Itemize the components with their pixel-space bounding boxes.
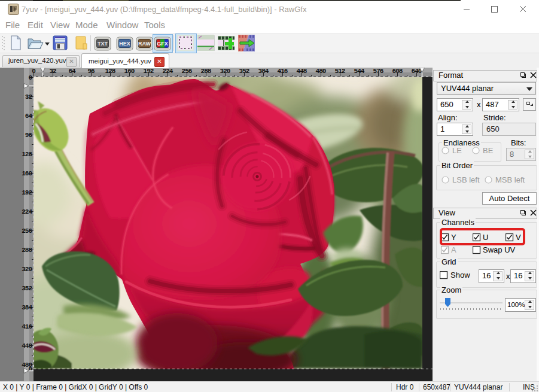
svg-text:GFX: GFX (157, 41, 168, 47)
svg-text:HEX: HEX (119, 41, 130, 47)
svg-text:RAW: RAW (138, 41, 151, 47)
svg-text:TXT: TXT (98, 41, 108, 47)
